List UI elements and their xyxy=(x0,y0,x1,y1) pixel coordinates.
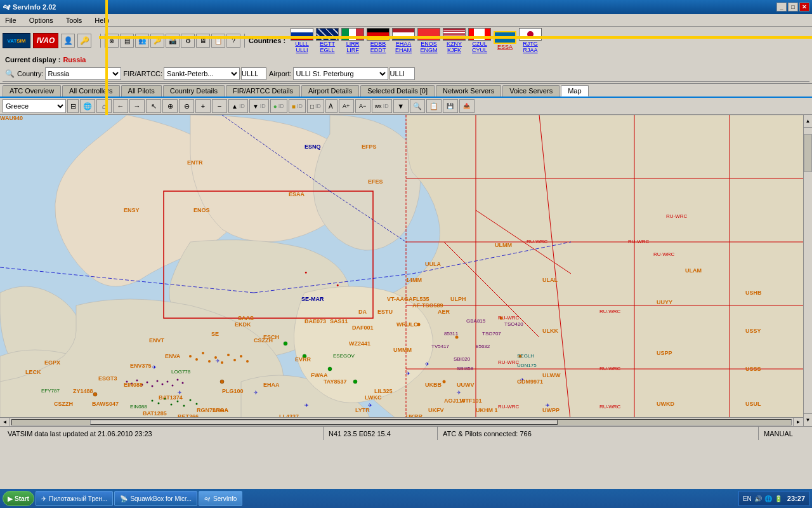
taskbar-task-1[interactable]: ✈ Пилотажный Трен... xyxy=(36,491,113,506)
time-display: 23:27 xyxy=(787,495,805,502)
svg-point-30 xyxy=(202,352,204,354)
label-vt: VT-AAGAFL535 xyxy=(387,296,429,302)
tab-map[interactable]: Map xyxy=(561,85,588,97)
svg-text:✈: ✈ xyxy=(520,377,525,383)
label-estu: ESTU xyxy=(377,309,393,315)
flag-sweden[interactable]: ESSA xyxy=(494,31,516,50)
svg-point-43 xyxy=(152,385,154,387)
label-daf001: DAF001 xyxy=(352,324,374,331)
globe-icon[interactable]: 🌐 xyxy=(80,99,95,113)
taskbar: ▶ Start ✈ Пилотажный Трен... 📡 SquawkBox… xyxy=(0,489,812,508)
country-filter-label: Country: xyxy=(17,70,44,77)
label-ein088: EIN088 xyxy=(124,382,143,388)
svg-point-40 xyxy=(136,380,138,382)
svg-point-41 xyxy=(141,384,143,386)
label-ukfv: UKFV xyxy=(428,407,444,413)
svg-line-16 xyxy=(222,115,330,191)
svg-text:✈: ✈ xyxy=(457,390,461,396)
back-icon[interactable]: ⊟ xyxy=(67,99,79,113)
key-icon[interactable]: 🔑 xyxy=(77,34,91,48)
svg-point-58 xyxy=(417,323,421,326)
user-icon[interactable]: 👤 xyxy=(61,34,75,48)
label-ruwrc2: RU-WRC xyxy=(527,239,547,244)
label-bae073: BAE073 xyxy=(304,318,326,324)
label-uwpp: UWPP xyxy=(542,407,560,413)
app-icon: 🛩 xyxy=(3,3,10,11)
horizontal-scrollbar[interactable]: ◄ ► xyxy=(0,417,803,426)
svg-point-36 xyxy=(240,355,242,358)
svg-point-25 xyxy=(328,367,332,371)
label-wz244: WZ2441 xyxy=(349,340,370,347)
systray: EN 🔊 🌐 🔋 23:27 xyxy=(738,491,809,506)
label-sbi858: SBI858 xyxy=(457,366,473,371)
menu-options[interactable]: Options xyxy=(27,17,56,24)
svg-point-49 xyxy=(182,382,184,384)
sound-icon: 🔊 xyxy=(754,495,762,502)
label-lwkc: LWKC xyxy=(365,394,382,401)
taskbar-task-2[interactable]: 📡 SquawkBox for Micr... xyxy=(114,491,197,506)
svg-point-46 xyxy=(167,381,169,383)
label-esch: ESCH xyxy=(263,334,279,340)
taskbar-task-3[interactable]: 🛩 ServInfo xyxy=(199,491,242,506)
svg-point-59 xyxy=(455,336,459,339)
status-update: VATSIM data last updated at 21.06.2010 2… xyxy=(3,427,324,440)
ivao-logo: IVAO xyxy=(33,33,58,48)
label-semar: SE-MAR xyxy=(301,296,324,302)
label-fwa: FWAA xyxy=(311,372,328,378)
label-rgn: RGN73ROA xyxy=(197,407,228,413)
menu-tools[interactable]: Tools xyxy=(63,17,85,24)
svg-point-33 xyxy=(221,361,223,364)
menu-file[interactable]: File xyxy=(3,17,19,24)
label-efes: EFES xyxy=(368,178,383,185)
svg-text:✈: ✈ xyxy=(406,371,410,377)
start-button[interactable]: ▶ Start xyxy=(3,491,34,506)
label-ruwrc8: RU-WRC xyxy=(666,213,687,219)
label-uspp: USPP xyxy=(657,350,672,356)
label-85311: 85311 xyxy=(444,331,458,337)
label-tso420: TSO420 xyxy=(504,321,523,327)
svg-text:●: ● xyxy=(336,283,339,287)
svg-point-48 xyxy=(177,379,179,381)
svg-line-12 xyxy=(476,210,571,274)
label-ruwrc9: RU-WRC xyxy=(498,315,519,321)
svg-point-42 xyxy=(147,382,148,384)
label-esegov: ESEGOV xyxy=(333,353,355,359)
svg-point-26 xyxy=(353,380,357,384)
label-bat2: BAT1374 xyxy=(159,394,183,401)
svg-line-13 xyxy=(0,267,254,293)
svg-point-62 xyxy=(443,380,446,384)
svg-text:●: ● xyxy=(304,270,307,274)
label-fy787: EFY787 xyxy=(41,388,60,394)
label-entr: ENTR xyxy=(187,159,203,166)
svg-point-44 xyxy=(157,380,159,382)
svg-line-17 xyxy=(330,191,406,242)
label-ehaa: EHAA xyxy=(263,382,280,388)
label-ekdk: EKDK xyxy=(235,321,251,328)
svg-point-47 xyxy=(172,385,174,387)
label-aftso589: AF-TSO589 xyxy=(412,302,443,309)
svg-rect-1 xyxy=(164,191,373,318)
label-cszzh: CSZZH xyxy=(254,337,273,344)
taskbar-right: EN 🔊 🌐 🔋 23:27 xyxy=(738,491,809,506)
map-area[interactable]: ✈ ✈ ✈ ✈ ✈ ✈ ✈ ✈ ✈ ✈ ✈ ✈ ✈ ✈ ✈ ● ● ENTR E… xyxy=(0,115,812,426)
label-tso707: TSO707 xyxy=(482,331,501,337)
map-background: ✈ ✈ ✈ ✈ ✈ ✈ ✈ ✈ ✈ ✈ ✈ ✈ ✈ ✈ ✈ ● ● ENTR E… xyxy=(0,115,812,426)
svg-point-60 xyxy=(500,317,503,320)
tab-atc-overview[interactable]: ATC Overview xyxy=(3,85,61,97)
label-egpx: EGPX xyxy=(44,359,60,366)
svg-point-54 xyxy=(177,401,179,403)
label-ukhm1: UKHM 1 xyxy=(476,407,498,413)
label-ruwrc11: RU-WRC xyxy=(498,404,519,410)
pilot-icon: ✈ xyxy=(41,495,46,502)
svg-line-15 xyxy=(412,242,571,274)
label-esgt3: ESGT3 xyxy=(98,375,117,382)
svg-point-32 xyxy=(214,356,217,359)
svg-text:✈: ✈ xyxy=(216,358,220,364)
current-display-value: Russia xyxy=(63,56,86,64)
status-bar: VATSIM data last updated at 21.06.2010 2… xyxy=(0,426,812,440)
label-ein: EIN088 xyxy=(130,404,147,410)
label-wtf101: WTF101 xyxy=(460,398,482,404)
label-esaa: ESAA xyxy=(289,191,304,197)
map-country-select[interactable]: Greece xyxy=(3,99,66,113)
vertical-scrollbar[interactable]: ▲ ▼ xyxy=(803,115,812,426)
